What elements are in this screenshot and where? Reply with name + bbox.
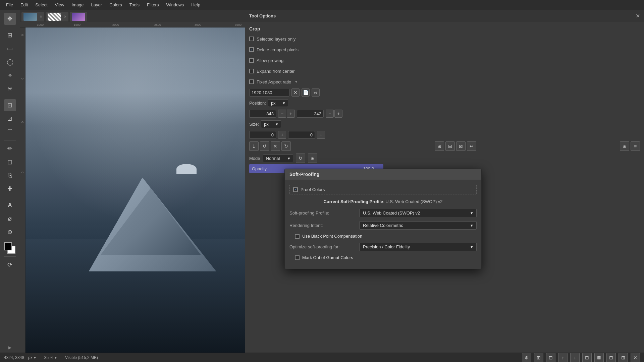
- position-x-minus-btn[interactable]: −: [278, 110, 286, 118]
- align-tool-btn[interactable]: ⊞: [4, 29, 16, 41]
- tool-separator-4: [4, 197, 16, 197]
- menu-tools[interactable]: Tools: [126, 1, 143, 8]
- selected-layers-only-checkbox[interactable]: [249, 37, 254, 41]
- canvas-area[interactable]: [25, 27, 245, 353]
- fixed-aspect-ratio-checkbox[interactable]: [249, 79, 254, 84]
- mode-reset-icon[interactable]: ↻: [296, 154, 305, 163]
- size-clear-btn[interactable]: ✕: [291, 88, 300, 97]
- tb-grid-icon[interactable]: ⊟: [445, 141, 455, 151]
- size-x-input[interactable]: 0: [249, 131, 276, 139]
- panel-close-btn[interactable]: ✕: [636, 13, 640, 19]
- size-swap-btn[interactable]: ⇔: [312, 88, 320, 97]
- tab-2-close[interactable]: ✕: [64, 15, 66, 18]
- sp-blackpoint-checkbox[interactable]: [295, 234, 300, 239]
- select-rect-tool-btn[interactable]: ▭: [4, 43, 16, 55]
- size-x-plus-btn[interactable]: +: [278, 131, 286, 139]
- status-icon-2[interactable]: ⊞: [534, 353, 543, 362]
- delete-cropped-pixels-row: Delete cropped pixels: [249, 46, 640, 54]
- menu-windows[interactable]: Windows: [163, 1, 187, 8]
- menu-help[interactable]: Help: [188, 1, 204, 8]
- position-y-minus-btn[interactable]: −: [326, 110, 334, 118]
- status-icon-10[interactable]: ✕: [631, 353, 640, 362]
- position-x-plus-btn[interactable]: +: [287, 110, 295, 118]
- status-icon-1[interactable]: ⊕: [522, 353, 531, 362]
- menu-select[interactable]: Select: [32, 1, 51, 8]
- tb-undo-icon[interactable]: ↩: [467, 141, 476, 151]
- status-icon-7[interactable]: ⊠: [594, 353, 604, 362]
- expand-from-center-checkbox[interactable]: [249, 69, 254, 73]
- fuzzy-select-btn[interactable]: ✳: [4, 83, 16, 95]
- sp-rendering-dropdown[interactable]: Relative Colorimetric ▾: [359, 221, 477, 230]
- status-icon-3[interactable]: ⊟: [546, 353, 555, 362]
- toolbox-scroll-arrow[interactable]: ▶: [8, 345, 11, 350]
- size-label-row: Size: px ▾: [249, 120, 640, 128]
- allow-growing-checkbox[interactable]: [249, 58, 254, 63]
- proof-colors-checkbox[interactable]: [293, 187, 298, 192]
- tb-close-icon[interactable]: ✕: [271, 141, 280, 151]
- status-icon-9[interactable]: ⊞: [619, 353, 628, 362]
- unit-dropdown[interactable]: px ▾: [28, 355, 36, 360]
- size-unit-dropdown[interactable]: px ▾: [261, 120, 281, 128]
- position-x-input[interactable]: 843: [249, 110, 276, 118]
- opacity-label: Opacity: [252, 166, 267, 171]
- select-ellipse-tool-btn[interactable]: ◯: [4, 56, 16, 68]
- menu-edit[interactable]: Edit: [17, 1, 31, 8]
- status-icon-4[interactable]: ↑: [558, 353, 568, 362]
- tab-1-close[interactable]: ✕: [40, 15, 42, 18]
- menu-filters[interactable]: Filters: [144, 1, 162, 8]
- distort-tool-btn[interactable]: ⌒: [4, 126, 16, 138]
- tab-3[interactable]: [70, 12, 87, 21]
- size-doc-btn[interactable]: 📄: [302, 88, 310, 97]
- text-tool-btn[interactable]: A: [4, 199, 16, 211]
- status-icon-8[interactable]: ⊟: [606, 353, 616, 362]
- size-y-plus-btn[interactable]: +: [317, 131, 325, 139]
- tb-download-icon[interactable]: ⤓: [249, 141, 259, 151]
- position-unit-dropdown[interactable]: px ▾: [268, 99, 288, 107]
- ruler-mark-1000: 1000: [37, 23, 44, 26]
- mode-dropdown[interactable]: Normal ▾: [263, 155, 293, 162]
- position-y-input[interactable]: 342: [297, 110, 324, 118]
- tb-refresh-icon[interactable]: ↻: [281, 141, 291, 151]
- select-free-tool-btn[interactable]: ⌖: [4, 69, 16, 81]
- tb-link-icon[interactable]: ⊠: [456, 141, 466, 151]
- script-tool-btn[interactable]: ⟳: [4, 259, 16, 271]
- menu-view[interactable]: View: [52, 1, 68, 8]
- move-tool-btn[interactable]: ✥: [4, 13, 16, 25]
- position-y-plus-btn[interactable]: +: [334, 110, 342, 118]
- position-row: Position: px ▾: [249, 99, 640, 107]
- delete-cropped-pixels-checkbox[interactable]: [249, 47, 254, 52]
- mode-extra-icon[interactable]: ⊞: [308, 154, 317, 163]
- menu-file[interactable]: File: [3, 1, 16, 8]
- fixed-aspect-dropdown-arrow[interactable]: ▾: [295, 79, 297, 84]
- size-y-input[interactable]: 0: [288, 131, 315, 139]
- zoom-tool-btn[interactable]: ⊕: [4, 226, 16, 238]
- tb-reset-icon[interactable]: ↺: [260, 141, 269, 151]
- clone-tool-btn[interactable]: ⎘: [4, 169, 16, 181]
- sp-optimize-dropdown[interactable]: Precision / Color Fidelity ▾: [359, 243, 477, 251]
- panel-title: Tool Options: [249, 13, 276, 18]
- status-icon-5[interactable]: ↓: [570, 353, 580, 362]
- crop-section-title: Crop: [249, 26, 640, 32]
- sp-profile-dropdown[interactable]: U.S. Web Coated (SWOP) v2 ▾: [359, 209, 477, 217]
- menu-colors[interactable]: Colors: [106, 1, 125, 8]
- eraser-tool-btn[interactable]: ◻: [4, 156, 16, 168]
- paintbrush-tool-btn[interactable]: ✏: [4, 142, 16, 155]
- foreground-color[interactable]: [4, 242, 12, 250]
- menu-image[interactable]: Image: [68, 1, 87, 8]
- color-swatch[interactable]: [4, 242, 16, 254]
- transform-tool-btn[interactable]: ⊿: [4, 113, 16, 125]
- menu-layer[interactable]: Layer: [88, 1, 106, 8]
- tb-layers-icon[interactable]: ⊞: [435, 141, 444, 151]
- zoom-dropdown[interactable]: 35 % ▾: [44, 355, 57, 360]
- unit-arrow: ▾: [34, 355, 36, 360]
- heal-tool-btn[interactable]: ✚: [4, 183, 16, 195]
- eyedropper-tool-btn[interactable]: ⌀: [4, 213, 16, 225]
- sp-gamut-checkbox[interactable]: [295, 255, 300, 260]
- tab-1[interactable]: ✕: [21, 12, 44, 21]
- tab-2[interactable]: ✕: [46, 12, 68, 21]
- tb-extra1-icon[interactable]: ⊞: [620, 141, 629, 151]
- crop-tool-btn[interactable]: ⊡: [4, 99, 16, 111]
- tb-extra2-icon[interactable]: ≡: [631, 141, 640, 151]
- size-input-field[interactable]: 1920:1080: [249, 89, 289, 97]
- status-icon-6[interactable]: ⊡: [582, 353, 592, 362]
